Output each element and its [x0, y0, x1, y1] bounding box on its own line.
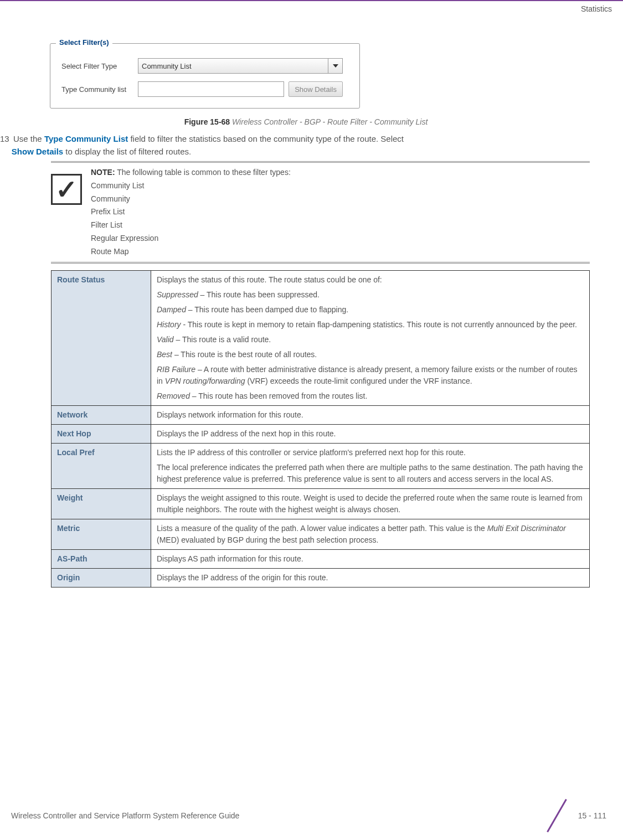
table-term: Network — [52, 405, 151, 424]
table-description: Displays network information for this ro… — [151, 405, 590, 424]
description-line: Displays AS path information for this ro… — [157, 553, 584, 565]
description-line: Removed – This route has been removed fr… — [157, 390, 584, 402]
note-title: NOTE: — [91, 168, 115, 177]
description-line: RIB Failure – A route with better admini… — [157, 364, 584, 387]
table-description: Lists a measure of the quality of the pa… — [151, 519, 590, 549]
table-row: WeightDisplays the weight assigned to th… — [52, 488, 590, 519]
table-description: Displays the status of this route. The r… — [151, 270, 590, 405]
table-description: Displays the IP address of the next hop … — [151, 424, 590, 443]
table-description: Displays the weight assigned to this rou… — [151, 488, 590, 519]
select-filter-type-label: Select Filter Type — [61, 62, 133, 70]
table-description: Lists the IP address of this controller … — [151, 443, 590, 488]
table-row: Route StatusDisplays the status of this … — [52, 270, 590, 405]
step-em2: Show Details — [12, 147, 63, 156]
step-mid: field to filter the statistics based on … — [128, 134, 404, 143]
check-icon: ✓ — [51, 174, 82, 205]
note-item: Community List — [91, 179, 590, 193]
description-line: The local preference indicates the prefe… — [157, 462, 584, 485]
page-header-section: Statistics — [0, 1, 623, 21]
note-item: Regular Expression — [91, 232, 590, 245]
footer-left: Wireless Controller and Service Platform… — [11, 811, 239, 820]
table-term: AS-Path — [52, 549, 151, 568]
filter-legend: Select Filter(s) — [56, 38, 112, 47]
step-em1: Type Community List — [44, 134, 128, 143]
filter-type-select[interactable]: Community List — [138, 58, 343, 74]
step-number: 13 — [0, 133, 13, 146]
step-pre: Use the — [13, 134, 44, 143]
description-line: Displays the IP address of the origin fo… — [157, 572, 584, 584]
table-term: Metric — [52, 519, 151, 549]
table-term: Route Status — [52, 270, 151, 405]
description-line: Lists the IP address of this controller … — [157, 447, 584, 458]
footer-page-number: 15 - 111 — [578, 811, 606, 820]
step-post: to display the list of filtered routes. — [63, 147, 191, 156]
table-term: Next Hop — [52, 424, 151, 443]
note-item: Community — [91, 193, 590, 206]
description-line: History - This route is kept in memory t… — [157, 319, 584, 331]
description-line: Damped – This route has been damped due … — [157, 304, 584, 316]
filter-type-value: Community List — [142, 62, 192, 70]
table-row: AS-PathDisplays AS path information for … — [52, 549, 590, 568]
figure-text: Wireless Controller - BGP - Route Filter… — [232, 117, 428, 126]
table-term: Weight — [52, 488, 151, 519]
type-community-list-label: Type Community list — [61, 85, 133, 94]
note-item: Route Map — [91, 245, 590, 259]
description-line: Displays the weight assigned to this rou… — [157, 492, 584, 516]
note-item: Prefix List — [91, 205, 590, 219]
description-line: Displays the status of this route. The r… — [157, 274, 584, 286]
show-details-button[interactable]: Show Details — [289, 81, 343, 97]
table-term: Local Pref — [52, 443, 151, 488]
table-description: Displays the IP address of the origin fo… — [151, 568, 590, 587]
note-intro: The following table is common to these f… — [115, 168, 291, 177]
description-line: Valid – This route is a valid route. — [157, 334, 584, 346]
table-row: MetricLists a measure of the quality of … — [52, 519, 590, 549]
figure-caption: Figure 15-68 Wireless Controller - BGP -… — [0, 117, 612, 126]
table-row: OriginDisplays the IP address of the ori… — [52, 568, 590, 587]
note-box: ✓ NOTE: The following table is common to… — [51, 161, 590, 264]
table-row: NetworkDisplays network information for … — [52, 405, 590, 424]
table-description: Displays AS path information for this ro… — [151, 549, 590, 568]
page-footer: Wireless Controller and Service Platform… — [0, 799, 623, 832]
note-item: Filter List — [91, 219, 590, 232]
step-text: 13Use the Type Community List field to f… — [0, 133, 612, 158]
community-list-input[interactable] — [138, 81, 284, 97]
table-term: Origin — [52, 568, 151, 587]
description-line: Displays network information for this ro… — [157, 409, 584, 421]
filter-panel: Select Filter(s) Select Filter Type Comm… — [50, 43, 360, 109]
table-row: Next HopDisplays the IP address of the n… — [52, 424, 590, 443]
description-line: Displays the IP address of the next hop … — [157, 428, 584, 440]
chevron-down-icon — [328, 59, 342, 73]
figure-label: Figure 15-68 — [184, 117, 230, 126]
description-line: Best – This route is the best route of a… — [157, 349, 584, 360]
table-row: Local PrefLists the IP address of this c… — [52, 443, 590, 488]
slash-icon — [539, 799, 573, 832]
description-line: Lists a measure of the quality of the pa… — [157, 523, 584, 546]
description-line: Suppressed – This route has been suppres… — [157, 289, 584, 301]
definition-table: Route StatusDisplays the status of this … — [51, 270, 590, 588]
